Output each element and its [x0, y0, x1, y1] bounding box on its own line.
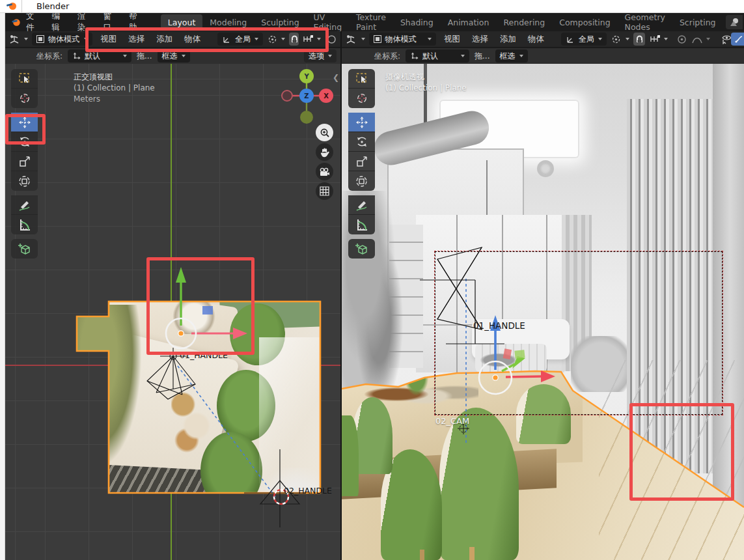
mode-dropdown-2[interactable]: 物体模式 — [369, 33, 436, 46]
tool-rotate[interactable] — [11, 132, 38, 152]
tool-measure[interactable] — [11, 215, 38, 234]
view-menu-2[interactable]: 视图 — [440, 34, 464, 45]
snap-toggle[interactable] — [289, 33, 299, 46]
blender-menu-icon[interactable] — [12, 19, 20, 25]
tab-layout[interactable]: Layout — [161, 14, 203, 31]
axis-z-label: Z — [304, 92, 309, 100]
magnet-icon — [290, 35, 299, 44]
drag-mode-dropdown-2[interactable]: 框选 — [495, 49, 528, 63]
tool-annotate-2[interactable] — [348, 195, 375, 215]
object-menu-2[interactable]: 物体 — [524, 34, 548, 45]
falloff-curve-icon — [692, 35, 702, 44]
tab-compositing[interactable]: Compositing — [552, 14, 617, 31]
pivot-chevron — [281, 38, 285, 40]
tool-move-2[interactable] — [348, 113, 375, 132]
overlays-button[interactable] — [731, 33, 744, 46]
falloff-dropdown[interactable] — [691, 33, 703, 46]
pan-view-button[interactable] — [316, 143, 333, 161]
proportional-edit-button[interactable] — [676, 33, 687, 46]
mode-chevron-2 — [428, 38, 432, 40]
tool-scale[interactable] — [11, 152, 38, 171]
select-menu[interactable]: 选择 — [124, 34, 148, 45]
camera-frame[interactable] — [435, 251, 723, 415]
add-menu[interactable]: 添加 — [152, 34, 176, 45]
object-menu[interactable]: 物体 — [180, 34, 204, 45]
scale-tool-icon — [18, 155, 31, 168]
drag-label[interactable]: 拖... — [137, 51, 152, 62]
dining-chair — [342, 415, 359, 496]
orientation-icon-2 — [566, 35, 575, 44]
axis-y-ball[interactable]: Y — [299, 69, 314, 83]
left-viewport-header: 物体模式 视图 选择 添加 物体 全局 — [5, 31, 340, 48]
orientation-label: 全局 — [235, 34, 251, 45]
ortho-toggle-button[interactable] — [316, 182, 333, 200]
pivot-point-button-2[interactable] — [611, 33, 622, 46]
orientation-chevron — [255, 38, 258, 40]
scene-browse-button[interactable] — [726, 15, 743, 29]
collection-label: (1) Collection | Plane — [74, 83, 155, 94]
select-menu-2[interactable]: 选择 — [468, 34, 492, 45]
tool-move[interactable] — [11, 113, 38, 132]
tool-transform[interactable] — [11, 171, 38, 191]
orientation-label-2: 全局 — [579, 34, 594, 45]
tool-annotate[interactable] — [11, 195, 38, 215]
fallback-orientation-dropdown[interactable]: 默认 — [68, 49, 131, 63]
snap-target-button-2[interactable] — [649, 33, 661, 46]
fallback-orientation-dropdown-2[interactable]: 默认 — [406, 49, 469, 63]
tab-scripting[interactable]: Scripting — [672, 14, 723, 31]
axis-z-ball[interactable]: Z — [299, 89, 314, 103]
handle1-label-2: 01_HANDLE — [473, 320, 525, 331]
editor-type-button-2[interactable] — [346, 33, 357, 46]
snap-toggle-2[interactable] — [633, 33, 645, 46]
editor-type-chevron-2 — [361, 38, 365, 40]
pivot-point-button[interactable] — [267, 33, 277, 46]
handle1-label: 01_HANDLE — [180, 350, 228, 360]
camera-view-button[interactable] — [316, 163, 333, 180]
tab-animation[interactable]: Animation — [441, 14, 497, 31]
axis-x-neg-ball[interactable] — [281, 90, 293, 102]
topbar: 文件 编辑 渲染 窗口 帮助 Layout Modeling Sculpting… — [5, 13, 744, 31]
tool-select-box[interactable] — [11, 69, 38, 89]
proportional-icon — [327, 35, 337, 44]
tool-select-box-2[interactable] — [348, 69, 375, 89]
tool-scale-2[interactable] — [348, 152, 375, 171]
fallback-chevron-2 — [461, 55, 465, 57]
right-3d-viewport[interactable]: 01_HANDLE 02_CAM 摄像机透视 (1) Collection | … — [342, 64, 744, 560]
tab-sculpting[interactable]: Sculpting — [254, 14, 306, 31]
mode-dropdown[interactable]: 物体模式 — [32, 33, 92, 46]
tool-add-cube[interactable] — [11, 239, 38, 259]
tool-transform-2[interactable] — [348, 171, 375, 191]
tool-rotate-2[interactable] — [348, 132, 375, 152]
left-3d-viewport[interactable]: 01_HANDLE 02_HANDLE 正交顶视图 (1) Collection… — [5, 64, 340, 560]
tab-shading[interactable]: Shading — [393, 14, 441, 31]
blender-logo-icon — [7, 3, 16, 10]
view-menu[interactable]: 视图 — [96, 34, 120, 45]
add-menu-2[interactable]: 添加 — [496, 34, 520, 45]
proportional-icon-2 — [677, 35, 687, 44]
options-dropdown[interactable]: 选项 — [304, 49, 337, 63]
sidebar-collapse-arrow[interactable]: ❮ — [333, 73, 339, 82]
tab-rendering[interactable]: Rendering — [496, 14, 552, 31]
zoom-view-button[interactable] — [316, 124, 333, 141]
proportional-edit-button-partial[interactable] — [326, 33, 337, 46]
annotate-pen-icon — [18, 199, 31, 212]
tool-cursor[interactable] — [11, 89, 38, 108]
axis-y-neg-ball[interactable] — [300, 111, 313, 124]
axis-x-ball[interactable]: X — [319, 89, 333, 103]
add-cube-icon — [18, 242, 31, 256]
orientation-dropdown-2[interactable]: 全局 — [561, 33, 607, 46]
camera-icon — [319, 167, 330, 176]
right-viewport-header: 物体模式 视图 选择 添加 物体 全局 — [342, 31, 744, 48]
drag-label-2[interactable]: 拖... — [475, 51, 489, 62]
tool-cursor-2[interactable] — [348, 89, 375, 108]
orientation-dropdown[interactable]: 全局 — [217, 33, 263, 46]
window-left-edge — [0, 13, 5, 560]
tab-modeling[interactable]: Modeling — [202, 14, 254, 31]
editor-type-button[interactable] — [9, 33, 20, 46]
tool-add-cube-2[interactable] — [348, 239, 375, 259]
snap-target-button[interactable] — [303, 33, 313, 46]
tool-measure-2[interactable] — [348, 215, 375, 234]
overlays-icon — [734, 35, 743, 44]
drag-mode-dropdown[interactable]: 框选 — [158, 49, 190, 63]
object-mode-icon-2 — [374, 35, 381, 43]
